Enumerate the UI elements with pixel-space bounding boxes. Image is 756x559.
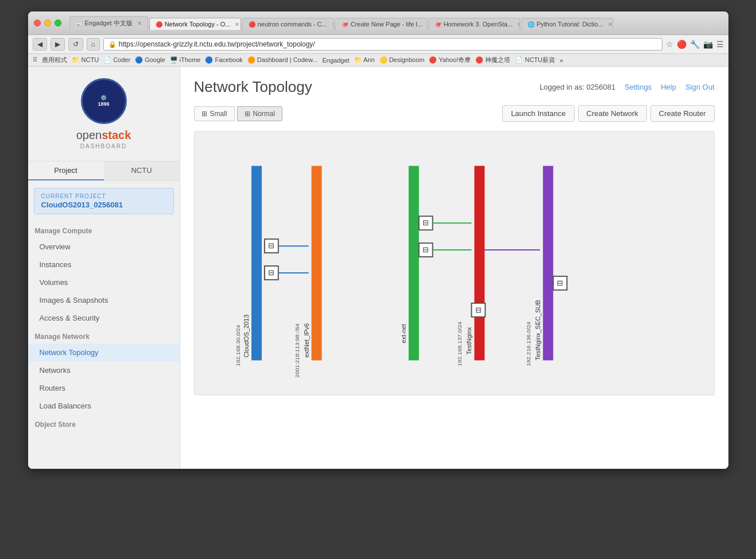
bookmark-apps[interactable]: 應用程式 <box>42 56 67 64</box>
close-button[interactable] <box>34 20 41 26</box>
logo-year: 1896 <box>98 101 109 107</box>
bookmark-engadget[interactable]: Engadget <box>322 57 349 64</box>
view-small-button[interactable]: ⊞ Small <box>194 106 235 121</box>
home-button[interactable]: ⌂ <box>87 38 100 51</box>
router-extnet-1-icon: ⊟ <box>422 218 429 227</box>
tab-bar: 📰 Engadget 中文版 ✕ 🔴 Network Topology - O.… <box>69 16 723 30</box>
tab-favicon-1: 🔴 <box>156 21 162 28</box>
action-buttons: Launch Instance Create Network Create Ro… <box>502 105 714 122</box>
network-extipv6-bar <box>311 166 321 361</box>
tab-favicon-0: 📰 <box>76 20 83 26</box>
grid-small-icon: ⊞ <box>201 110 207 118</box>
traffic-lights <box>34 20 61 26</box>
create-router-button[interactable]: Create Router <box>650 105 715 122</box>
router-extnet-2-icon: ⊟ <box>422 245 429 254</box>
sidebar-item-images-snapshots[interactable]: Images & Snapshots <box>28 291 180 309</box>
tab-5[interactable]: 🌐 Python Tutorial: Dictio... ✕ <box>521 18 613 30</box>
bookmark-nctu[interactable]: 📁 NCTU <box>72 56 99 64</box>
sidebar-tab-nctu[interactable]: NCTU <box>104 161 180 180</box>
tab-close-2[interactable]: ✕ <box>332 21 334 28</box>
sidebar-tabs: Project NCTU <box>28 161 180 181</box>
tab-3[interactable]: 🐙 Create New Page - life l... ✕ <box>335 18 427 30</box>
tab-close-1[interactable]: ✕ <box>235 21 239 28</box>
page-header: Network Topology Logged in as: 0256081 S… <box>194 78 715 96</box>
manage-network-title: Manage Network <box>28 327 180 344</box>
tab-1[interactable]: 🔴 Network Topology - O... ✕ <box>149 18 241 30</box>
bookmark-star-icon[interactable]: ☆ <box>666 40 673 49</box>
bookmarks-bar: ⠿ 應用程式 📁 NCTU 📄 Coder 🔵 Google 🖥️ iThome… <box>28 54 728 67</box>
bookmark-ann[interactable]: 📁 Ann <box>354 56 375 64</box>
forward-button[interactable]: ▶ <box>51 38 65 51</box>
topology-svg: CloudOS_2013 192.168.30.0/24 ⊟ ⊟ ext <box>195 132 714 395</box>
view-small-label: Small <box>210 110 227 118</box>
tab-2[interactable]: 🔴 neutron commands - C... ✕ <box>242 18 334 30</box>
bookmark-designboom[interactable]: 🟡 Designboom <box>379 56 425 64</box>
sidebar-tab-project[interactable]: Project <box>28 161 104 180</box>
bookmarks-more-icon[interactable]: » <box>560 57 563 64</box>
tab-label-5: Python Tutorial: Dictio... <box>537 21 603 28</box>
tab-4[interactable]: 🐙 Homework 3. OpenSta... ✕ <box>428 18 520 30</box>
bookmark-google[interactable]: 🔵 Google <box>135 56 165 64</box>
nav-icon-1[interactable]: 🔴 <box>677 40 687 49</box>
sidebar-item-network-topology[interactable]: Network Topology <box>28 344 180 361</box>
tab-close-4[interactable]: ✕ <box>517 21 520 28</box>
reload-button[interactable]: ↺ <box>68 38 83 51</box>
settings-link[interactable]: Settings <box>625 83 652 91</box>
sidebar-item-routers[interactable]: Routers <box>28 379 180 397</box>
tab-label-1: Network Topology - O... <box>165 21 231 28</box>
tab-close-0[interactable]: ✕ <box>137 20 142 26</box>
tab-favicon-4: 🐙 <box>435 21 441 28</box>
logo-open: open <box>76 129 102 141</box>
nav-icon-2[interactable]: 🔧 <box>690 40 700 49</box>
nav-bar: ◀ ▶ ↺ ⌂ 🔒 https://openstack-grizzly.it.n… <box>28 35 728 54</box>
network-extipv6-label: extNet_IPv6 <box>303 323 309 358</box>
sign-out-link[interactable]: Sign Out <box>685 83 715 91</box>
sidebar-item-load-balancers[interactable]: Load Balancers <box>28 397 180 415</box>
view-normal-label: Normal <box>253 110 276 118</box>
tab-label-0: Engadget 中文版 <box>85 19 133 28</box>
tab-favicon-2: 🔴 <box>249 21 255 28</box>
router-cloudos-1-icon: ⊟ <box>268 241 274 250</box>
current-project-label: CURRENT PROJECT <box>41 193 166 199</box>
bookmarks-grid-icon: ⠿ <box>33 56 37 64</box>
network-secsub-subnet: 192.216.136.0/24 <box>525 321 531 366</box>
router-cloudos-2-icon: ⊟ <box>268 268 274 277</box>
help-link[interactable]: Help <box>661 83 676 91</box>
bookmark-coder[interactable]: 📄 Coder <box>103 56 130 64</box>
bookmark-dashboard[interactable]: 🟠 Dashboard | Codew... <box>247 56 318 64</box>
network-cloudos2013-label: CloudOS_2013 <box>243 314 250 357</box>
minimize-button[interactable] <box>44 20 51 26</box>
network-cloudos2013-bar <box>251 166 262 361</box>
logo-stack: stack <box>102 129 131 141</box>
sidebar-item-access-security[interactable]: Access & Security <box>28 309 180 327</box>
view-normal-button[interactable]: ⊞ Normal <box>237 106 283 121</box>
header-right: Logged in as: 0256081 Settings Help Sign… <box>540 83 715 91</box>
tab-favicon-3: 🐙 <box>342 21 348 28</box>
bookmark-facebook[interactable]: 🔵 Facebook <box>205 56 242 64</box>
bookmark-ithome[interactable]: 🖥️ iThome <box>170 56 201 64</box>
nav-icon-4[interactable]: ☰ <box>716 40 724 49</box>
logged-in-as: Logged in as: 0256081 <box>540 83 615 91</box>
launch-instance-button[interactable]: Launch Instance <box>502 105 574 122</box>
bookmark-nctu-salary[interactable]: 📄 NCTU薪資 <box>515 56 555 64</box>
network-testnginx-subnet: 192.168.137.0/24 <box>456 321 463 366</box>
bookmark-yahoo[interactable]: 🔴 Yahoo!奇摩 <box>429 56 471 64</box>
tab-0[interactable]: 📰 Engadget 中文版 ✕ <box>69 16 148 30</box>
maximize-button[interactable] <box>55 20 61 26</box>
main-content: Network Topology Logged in as: 0256081 S… <box>180 67 728 469</box>
page-title: Network Topology <box>194 78 312 96</box>
url-bar[interactable]: 🔒 https://openstack-grizzly.it.nctu.edu.… <box>103 38 662 51</box>
network-extnet-label: ext-net <box>400 324 406 343</box>
nav-icon-3[interactable]: 📷 <box>703 40 713 49</box>
sidebar-item-instances[interactable]: Instances <box>28 256 180 273</box>
sidebar-item-volumes[interactable]: Volumes <box>28 273 180 291</box>
sidebar-item-overview[interactable]: Overview <box>28 238 180 256</box>
back-button[interactable]: ◀ <box>33 38 47 51</box>
create-network-button[interactable]: Create Network <box>578 105 647 122</box>
toolbar: ⊞ Small ⊞ Normal Launch Instance Create … <box>194 105 715 122</box>
tab-favicon-5: 🌐 <box>528 21 534 28</box>
bookmark-game[interactable]: 🔴 神魔之塔 <box>475 56 510 64</box>
tab-close-5[interactable]: ✕ <box>608 21 612 28</box>
tab-label-4: Homework 3. OpenSta... <box>444 21 513 28</box>
sidebar-item-networks[interactable]: Networks <box>28 361 180 379</box>
